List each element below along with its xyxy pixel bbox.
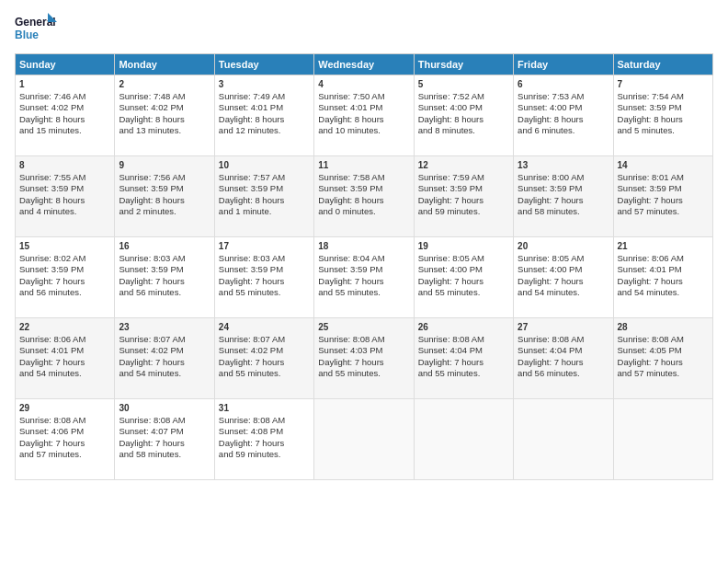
day-number: 7: [618, 78, 709, 90]
day-number: 10: [219, 159, 310, 171]
week-row-1: 1Sunrise: 7:46 AMSunset: 4:02 PMDaylight…: [16, 75, 713, 156]
cell-2-4: 12Sunrise: 7:59 AMSunset: 3:59 PMDayligh…: [414, 156, 513, 237]
day-number: 6: [518, 78, 609, 90]
cell-4-0: 22Sunrise: 8:06 AMSunset: 4:01 PMDayligh…: [16, 318, 115, 399]
week-row-2: 8Sunrise: 7:55 AMSunset: 3:59 PMDaylight…: [16, 156, 713, 237]
day-number: 2: [119, 78, 210, 90]
day-number: 11: [318, 159, 409, 171]
cell-2-3: 11Sunrise: 7:58 AMSunset: 3:59 PMDayligh…: [314, 156, 414, 237]
cell-5-0: 29Sunrise: 8:08 AMSunset: 4:06 PMDayligh…: [16, 399, 115, 480]
week-row-4: 22Sunrise: 8:06 AMSunset: 4:01 PMDayligh…: [16, 318, 713, 399]
calendar-page: GeneralBlue SundayMondayTuesdayWednesday…: [0, 0, 728, 563]
cell-2-2: 10Sunrise: 7:57 AMSunset: 3:59 PMDayligh…: [214, 156, 313, 237]
cell-4-4: 26Sunrise: 8:08 AMSunset: 4:04 PMDayligh…: [414, 318, 513, 399]
day-number: 15: [19, 240, 110, 252]
day-number: 14: [618, 159, 709, 171]
calendar-header-row: SundayMondayTuesdayWednesdayThursdayFrid…: [16, 54, 713, 75]
cell-2-1: 9Sunrise: 7:56 AMSunset: 3:59 PMDaylight…: [115, 156, 214, 237]
day-number: 9: [119, 159, 210, 171]
cell-4-6: 28Sunrise: 8:08 AMSunset: 4:05 PMDayligh…: [613, 318, 712, 399]
cell-1-4: 5Sunrise: 7:52 AMSunset: 4:00 PMDaylight…: [414, 75, 513, 156]
header: GeneralBlue: [15, 11, 713, 46]
cell-2-0: 8Sunrise: 7:55 AMSunset: 3:59 PMDaylight…: [16, 156, 115, 237]
col-header-wednesday: Wednesday: [314, 54, 414, 75]
day-number: 13: [518, 159, 609, 171]
day-number: 26: [418, 321, 509, 333]
cell-1-0: 1Sunrise: 7:46 AMSunset: 4:02 PMDaylight…: [16, 75, 115, 156]
cell-5-4: [414, 399, 513, 480]
day-number: 28: [618, 321, 709, 333]
col-header-friday: Friday: [514, 54, 613, 75]
cell-3-2: 17Sunrise: 8:03 AMSunset: 3:59 PMDayligh…: [214, 237, 313, 318]
day-number: 8: [19, 159, 110, 171]
svg-text:Blue: Blue: [15, 29, 39, 41]
cell-2-5: 13Sunrise: 8:00 AMSunset: 3:59 PMDayligh…: [514, 156, 613, 237]
logo-svg: GeneralBlue: [15, 11, 61, 46]
cell-5-6: [613, 399, 712, 480]
day-number: 18: [318, 240, 409, 252]
cell-1-6: 7Sunrise: 7:54 AMSunset: 3:59 PMDaylight…: [613, 75, 712, 156]
day-number: 31: [219, 402, 310, 414]
calendar-body: 1Sunrise: 7:46 AMSunset: 4:02 PMDaylight…: [16, 75, 713, 480]
day-number: 1: [19, 78, 110, 90]
day-number: 16: [119, 240, 210, 252]
col-header-monday: Monday: [115, 54, 214, 75]
cell-5-2: 31Sunrise: 8:08 AMSunset: 4:08 PMDayligh…: [214, 399, 313, 480]
cell-1-3: 4Sunrise: 7:50 AMSunset: 4:01 PMDaylight…: [314, 75, 414, 156]
cell-1-2: 3Sunrise: 7:49 AMSunset: 4:01 PMDaylight…: [214, 75, 313, 156]
day-number: 29: [19, 402, 110, 414]
cell-5-1: 30Sunrise: 8:08 AMSunset: 4:07 PMDayligh…: [115, 399, 214, 480]
col-header-sunday: Sunday: [16, 54, 115, 75]
cell-1-1: 2Sunrise: 7:48 AMSunset: 4:02 PMDaylight…: [115, 75, 214, 156]
day-number: 22: [19, 321, 110, 333]
day-number: 21: [618, 240, 709, 252]
cell-3-0: 15Sunrise: 8:02 AMSunset: 3:59 PMDayligh…: [16, 237, 115, 318]
day-number: 4: [318, 78, 409, 90]
cell-3-6: 21Sunrise: 8:06 AMSunset: 4:01 PMDayligh…: [613, 237, 712, 318]
day-number: 27: [518, 321, 609, 333]
day-number: 17: [219, 240, 310, 252]
day-number: 19: [418, 240, 509, 252]
cell-4-3: 25Sunrise: 8:08 AMSunset: 4:03 PMDayligh…: [314, 318, 414, 399]
col-header-tuesday: Tuesday: [214, 54, 313, 75]
cell-1-5: 6Sunrise: 7:53 AMSunset: 4:00 PMDaylight…: [514, 75, 613, 156]
cell-3-5: 20Sunrise: 8:05 AMSunset: 4:00 PMDayligh…: [514, 237, 613, 318]
cell-4-5: 27Sunrise: 8:08 AMSunset: 4:04 PMDayligh…: [514, 318, 613, 399]
day-number: 24: [219, 321, 310, 333]
calendar-table: SundayMondayTuesdayWednesdayThursdayFrid…: [15, 53, 713, 480]
day-number: 30: [119, 402, 210, 414]
day-number: 23: [119, 321, 210, 333]
cell-5-3: [314, 399, 414, 480]
week-row-5: 29Sunrise: 8:08 AMSunset: 4:06 PMDayligh…: [16, 399, 713, 480]
day-number: 5: [418, 78, 509, 90]
cell-5-5: [514, 399, 613, 480]
day-number: 3: [219, 78, 310, 90]
logo: GeneralBlue: [15, 11, 61, 46]
cell-4-1: 23Sunrise: 8:07 AMSunset: 4:02 PMDayligh…: [115, 318, 214, 399]
col-header-saturday: Saturday: [613, 54, 712, 75]
week-row-3: 15Sunrise: 8:02 AMSunset: 3:59 PMDayligh…: [16, 237, 713, 318]
col-header-thursday: Thursday: [414, 54, 513, 75]
cell-3-4: 19Sunrise: 8:05 AMSunset: 4:00 PMDayligh…: [414, 237, 513, 318]
day-number: 20: [518, 240, 609, 252]
day-number: 12: [418, 159, 509, 171]
cell-3-3: 18Sunrise: 8:04 AMSunset: 3:59 PMDayligh…: [314, 237, 414, 318]
cell-3-1: 16Sunrise: 8:03 AMSunset: 3:59 PMDayligh…: [115, 237, 214, 318]
day-number: 25: [318, 321, 409, 333]
cell-4-2: 24Sunrise: 8:07 AMSunset: 4:02 PMDayligh…: [214, 318, 313, 399]
cell-2-6: 14Sunrise: 8:01 AMSunset: 3:59 PMDayligh…: [613, 156, 712, 237]
